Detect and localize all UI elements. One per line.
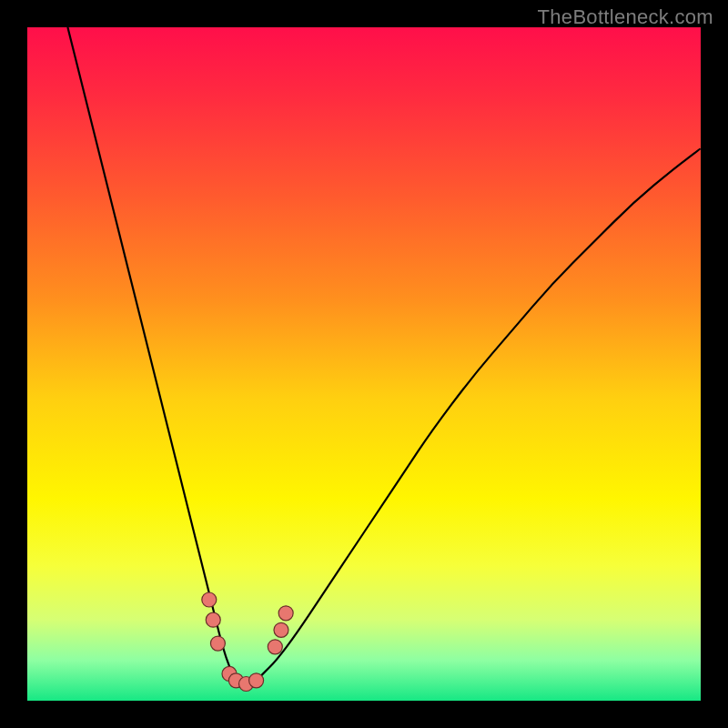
- chart-plot: [27, 27, 701, 701]
- marker-point: [278, 606, 293, 621]
- gradient-background: [27, 27, 701, 701]
- chart-svg: [27, 27, 701, 701]
- marker-point: [202, 592, 217, 607]
- marker-point: [249, 673, 264, 688]
- marker-point: [210, 636, 225, 651]
- chart-frame: TheBottleneck.com: [0, 0, 728, 728]
- marker-point: [268, 640, 282, 654]
- marker-point: [206, 612, 220, 627]
- watermark-text: TheBottleneck.com: [538, 5, 713, 29]
- marker-point: [274, 622, 288, 637]
